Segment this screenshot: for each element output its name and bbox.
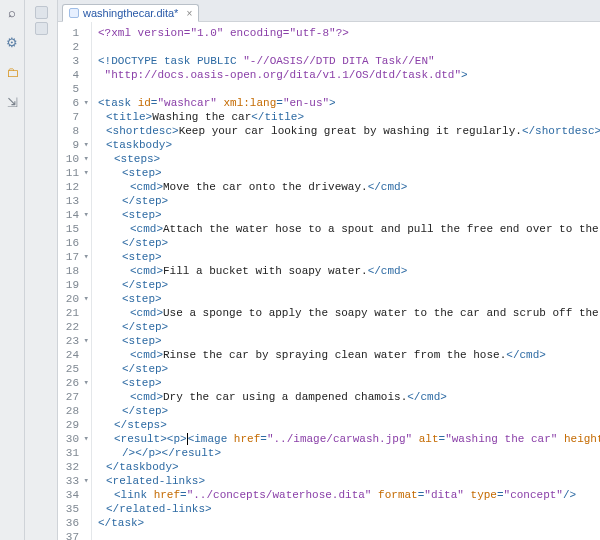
editor[interactable]: 1234567891011121314151617181920212223242… bbox=[58, 22, 600, 540]
file-tab[interactable]: washingthecar.dita* × bbox=[62, 4, 199, 22]
gear-icon[interactable]: ⚙ bbox=[4, 34, 20, 50]
tabbar: washingthecar.dita* × bbox=[58, 0, 600, 22]
tool-rail bbox=[25, 0, 58, 540]
editor-pane: washingthecar.dita* × 123456789101112131… bbox=[58, 0, 600, 540]
search-icon[interactable]: ⌕ bbox=[4, 4, 20, 20]
tool-icon[interactable] bbox=[35, 22, 48, 35]
activity-bar: ⌕ ⚙ 🗀 ⇲ bbox=[0, 0, 25, 540]
pin-icon[interactable]: ⇲ bbox=[4, 94, 20, 110]
line-gutter: 1234567891011121314151617181920212223242… bbox=[58, 22, 92, 540]
tool-icon[interactable] bbox=[35, 6, 48, 19]
code-area[interactable]: <?xml version="1.0" encoding="utf-8"?> <… bbox=[92, 22, 600, 540]
close-icon[interactable]: × bbox=[186, 8, 192, 19]
folder-open-icon[interactable]: 🗀 bbox=[4, 64, 20, 80]
tab-filename: washingthecar.dita* bbox=[83, 7, 178, 19]
file-type-icon bbox=[69, 8, 79, 18]
app-root: ⌕ ⚙ 🗀 ⇲ washingthecar.dita* × 1234567891… bbox=[0, 0, 600, 540]
